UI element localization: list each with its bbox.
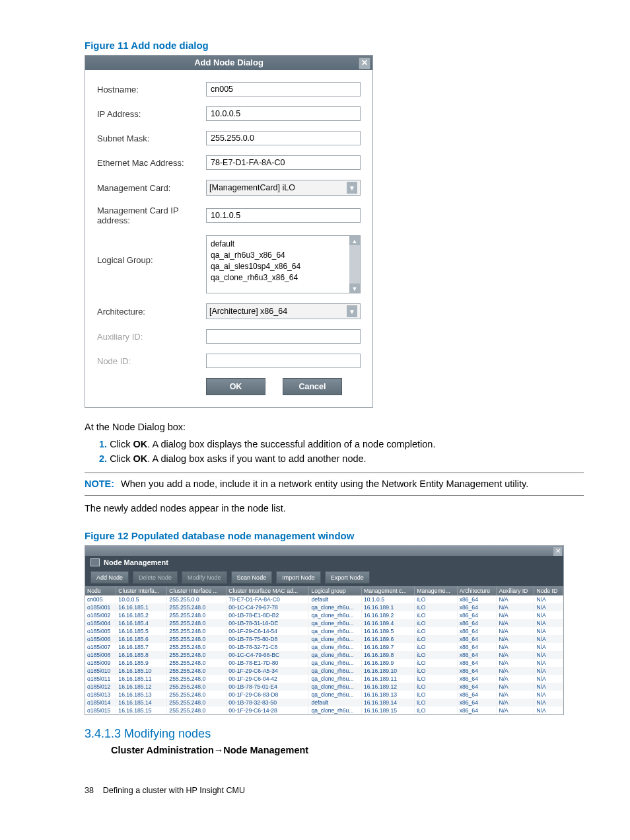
table-cell: x86_64	[457, 667, 497, 675]
export-node-button[interactable]: Export Node	[325, 571, 370, 584]
close-icon[interactable]: ✕	[359, 57, 370, 69]
node-id-input[interactable]	[206, 354, 361, 368]
table-cell: N/A	[497, 595, 534, 603]
mgmt-card-select[interactable]: [ManagementCard] iLO ▼	[206, 180, 361, 196]
cancel-button[interactable]: Cancel	[283, 378, 342, 395]
scan-node-button[interactable]: Scan Node	[231, 571, 273, 584]
table-header[interactable]: Node	[85, 586, 116, 595]
table-row[interactable]: o185i01516.16.185.15255.255.248.000-1F-2…	[85, 706, 563, 714]
table-row[interactable]: o185i01216.16.185.12255.255.248.000-1B-7…	[85, 683, 563, 691]
add-node-button[interactable]: Add Node	[90, 571, 129, 584]
figure-11-title: Figure 11 Add node dialog	[85, 40, 584, 51]
table-cell: x86_64	[457, 699, 497, 706]
table-row[interactable]: o185i01116.16.185.11255.255.248.000-1F-2…	[85, 675, 563, 683]
table-row[interactable]: o185i01416.16.185.14255.255.248.000-1B-7…	[85, 699, 563, 706]
scrollbar[interactable]: ▲▼	[349, 236, 360, 293]
table-cell: o185i002	[85, 611, 116, 619]
table-cell: N/A	[534, 603, 563, 611]
page-number: 38	[85, 786, 94, 795]
table-header[interactable]: Cluster Interface ...	[167, 586, 227, 595]
page-footer: 38 Defining a cluster with HP Insight CM…	[85, 786, 584, 795]
table-header[interactable]: Management c...	[361, 586, 414, 595]
window-icon	[90, 558, 100, 566]
table-row[interactable]: o185i00116.16.185.1255.255.248.000-1C-C4…	[85, 603, 563, 611]
table-cell: iLO	[415, 706, 458, 714]
table-cell: N/A	[534, 651, 563, 659]
table-cell: 255.255.248.0	[167, 659, 227, 667]
table-cell: 16.16.185.13	[116, 691, 167, 699]
table-cell: qa_clone_rh6u...	[309, 627, 361, 635]
table-cell: qa_clone_rh6u...	[309, 706, 361, 714]
table-cell: 16.16.185.8	[116, 651, 167, 659]
subnet-input[interactable]	[206, 131, 361, 145]
scroll-down-icon[interactable]: ▼	[349, 284, 360, 293]
table-cell: iLO	[415, 643, 458, 651]
table-cell: o185i005	[85, 627, 116, 635]
table-cell: 255.255.248.0	[167, 667, 227, 675]
table-row[interactable]: o185i00216.16.185.2255.255.248.000-1B-78…	[85, 611, 563, 619]
arch-label: Architecture:	[97, 307, 206, 317]
ok-button[interactable]: OK	[206, 378, 265, 395]
arch-select[interactable]: [Architecture] x86_64 ▼	[206, 303, 361, 319]
table-row[interactable]: o185i00416.16.185.4255.255.248.000-1B-78…	[85, 619, 563, 627]
table-header[interactable]: Manageme...	[415, 586, 458, 595]
logical-group-listbox[interactable]: default qa_ai_rh6u3_x86_64 qa_ai_sles10s…	[206, 235, 361, 293]
table-header[interactable]: Logical group	[309, 586, 361, 595]
table-cell: N/A	[534, 635, 563, 643]
ip-input[interactable]	[206, 106, 361, 121]
hostname-input[interactable]	[206, 82, 361, 96]
scroll-up-icon[interactable]: ▲	[349, 236, 360, 245]
close-icon[interactable]: ✕	[553, 547, 562, 556]
table-cell: o185i013	[85, 691, 116, 699]
table-header[interactable]: Cluster Interface MAC ad...	[227, 586, 309, 595]
arch-selected: [Architecture] x86_64	[209, 307, 287, 316]
table-cell: 16.16.185.4	[116, 619, 167, 627]
import-node-button[interactable]: Import Node	[276, 571, 321, 584]
step-text: . A dialog box displays the successful a…	[147, 439, 435, 449]
listbox-item[interactable]: qa_clone_rh6u3_x86_64	[211, 272, 347, 284]
table-cell: 255.255.248.0	[167, 691, 227, 699]
table-row[interactable]: o185i00516.16.185.5255.255.248.000-1F-29…	[85, 627, 563, 635]
table-header[interactable]: Architecture	[457, 586, 497, 595]
table-cell: 16.16.189.1	[361, 603, 414, 611]
paragraph: At the Node Dialog box:	[85, 421, 584, 434]
table-cell: 16.16.189.8	[361, 651, 414, 659]
table-header[interactable]: Node ID	[534, 586, 563, 595]
table-cell: iLO	[415, 627, 458, 635]
table-cell: N/A	[497, 619, 534, 627]
window-title-text: Node Management	[104, 558, 168, 566]
table-cell: 16.16.185.14	[116, 699, 167, 706]
listbox-item[interactable]: qa_ai_rh6u3_x86_64	[211, 250, 347, 261]
table-cell: N/A	[534, 611, 563, 619]
table-cell: qa_clone_rh6u...	[309, 643, 361, 651]
step-bold: OK	[133, 453, 148, 464]
modify-node-button[interactable]: Modify Node	[182, 571, 227, 584]
table-cell: o185i004	[85, 619, 116, 627]
mac-input[interactable]	[206, 155, 361, 170]
listbox-item[interactable]: default	[211, 239, 347, 250]
table-cell: 16.16.189.12	[361, 683, 414, 691]
table-row[interactable]: o185i00816.16.185.8255.255.248.000-1C-C4…	[85, 651, 563, 659]
aux-id-input[interactable]	[206, 329, 361, 344]
table-cell: x86_64	[457, 659, 497, 667]
table-cell: 16.16.185.15	[116, 706, 167, 714]
table-cell: 16.16.185.5	[116, 627, 167, 635]
table-cell: N/A	[497, 706, 534, 714]
delete-node-button[interactable]: Delete Node	[133, 571, 178, 584]
mac-label: Ethernet Mac Address:	[97, 158, 206, 168]
table-cell: N/A	[534, 627, 563, 635]
table-row[interactable]: o185i01316.16.185.13255.255.248.000-1F-2…	[85, 691, 563, 699]
table-row[interactable]: o185i01016.16.185.10255.255.248.000-1F-2…	[85, 667, 563, 675]
table-cell: 16.16.185.2	[116, 611, 167, 619]
table-row[interactable]: o185i00616.16.185.6255.255.248.000-1B-78…	[85, 635, 563, 643]
mgmt-ip-label: Management Card IP address:	[97, 206, 206, 225]
listbox-item[interactable]: qa_ai_sles10sp4_x86_64	[211, 261, 347, 272]
table-cell: 255.255.248.0	[167, 635, 227, 643]
mgmt-ip-input[interactable]	[206, 208, 361, 223]
table-cell: N/A	[497, 691, 534, 699]
table-row[interactable]: o185i00716.16.185.7255.255.248.000-1B-78…	[85, 643, 563, 651]
table-row[interactable]: cn00510.0.0.5255.255.0.078-E7-D1-FA-8A-C…	[85, 595, 563, 603]
table-row[interactable]: o185i00916.16.185.9255.255.248.000-1B-78…	[85, 659, 563, 667]
table-header[interactable]: Auxiliary ID	[497, 586, 534, 595]
table-header[interactable]: Cluster Interfa...	[116, 586, 167, 595]
